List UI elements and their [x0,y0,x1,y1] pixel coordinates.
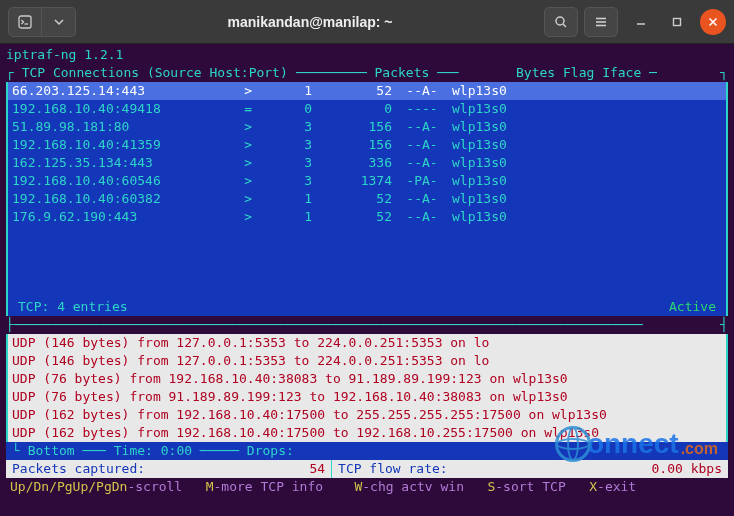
tcp-iface: wlp13s0 [452,118,722,136]
app-version: iptraf-ng 1.2.1 [4,46,730,64]
time-value: 0:00 [161,443,192,458]
title-bar: manikandan@manilap: ~ [0,0,734,44]
divider-row: ├───────────────────────────────────────… [4,316,730,334]
tcp-flag: --A- [392,118,452,136]
flow-value: 0.00 kbps [448,460,722,478]
tcp-direction: > [232,136,252,154]
tcp-packets: 3 [252,154,312,172]
drops-label: Drops: [247,443,294,458]
search-button[interactable] [544,7,578,37]
tcp-bytes: 1374 [312,172,392,190]
tcp-host: 192.168.10.40:60382 [12,190,232,208]
hamburger-icon [594,15,608,29]
tcp-bytes: 52 [312,190,392,208]
tcp-flag: --A- [392,208,452,226]
tcp-entry-count: TCP: 4 entries [18,298,128,316]
tcp-direction: > [232,154,252,172]
time-label: Time: [114,443,153,458]
tcp-flag: --A- [392,154,452,172]
tcp-packets: 1 [252,208,312,226]
tcp-bytes: 156 [312,118,392,136]
flag-header: Flag [563,64,594,82]
tcp-bytes: 52 [312,208,392,226]
tcp-iface: wlp13s0 [452,208,722,226]
tcp-bytes: 336 [312,154,392,172]
tcp-row[interactable]: 162.125.35.134:443>3336--A-wlp13s0 [8,154,726,172]
tcp-direction: = [232,100,252,118]
tcp-row[interactable]: 192.168.10.40:60382>152--A-wlp13s0 [8,190,726,208]
udp-log-line: UDP (162 bytes) from 192.168.10.40:17500… [12,406,722,424]
tcp-iface: wlp13s0 [452,136,722,154]
tab-dropdown-button[interactable] [42,7,76,37]
close-icon [708,17,718,27]
tcp-row[interactable]: 192.168.10.40:60546>31374-PA-wlp13s0 [8,172,726,190]
tcp-direction: > [232,190,252,208]
close-button[interactable] [700,9,726,35]
udp-log-panel[interactable]: UDP (146 bytes) from 127.0.0.1:5353 to 2… [6,334,728,442]
tcp-row[interactable]: 192.168.10.40:49418=00----wlp13s0 [8,100,726,118]
terminal-viewport[interactable]: iptraf-ng 1.2.1 ┌ TCP Connections (Sourc… [0,44,734,516]
iface-header: Iface [602,64,641,82]
maximize-button[interactable] [664,9,690,35]
svg-point-2 [556,17,564,25]
tcp-host: 192.168.10.40:60546 [12,172,232,190]
chevron-down-icon [54,17,64,27]
svg-rect-0 [19,16,31,28]
status-bar-bottom: └ Bottom ─── Time: 0:00 ───── Drops: [6,442,728,460]
window-title: manikandan@manilap: ~ [82,14,538,30]
tcp-header-row: ┌ TCP Connections (Source Host:Port) ───… [4,64,730,82]
tcp-packets: 1 [252,82,312,100]
tcp-iface: wlp13s0 [452,82,722,100]
packets-header: Packets [375,64,430,82]
new-tab-button[interactable] [8,7,42,37]
help-bar: Up/Dn/PgUp/PgDn-scroll M-more TCP info W… [4,478,730,496]
tcp-host: 192.168.10.40:41359 [12,136,232,154]
tcp-flag: --A- [392,190,452,208]
tcp-bytes: 156 [312,136,392,154]
tcp-row[interactable]: 66.203.125.14:443>152--A-wlp13s0 [8,82,726,100]
tcp-host: 192.168.10.40:49418 [12,100,232,118]
tcp-header-label: TCP Connections (Source Host:Port) [22,64,288,82]
tcp-summary-row: TCP: 4 entries Active [6,298,728,316]
tcp-flag: --A- [392,136,452,154]
tcp-packets: 1 [252,190,312,208]
tcp-iface: wlp13s0 [452,190,722,208]
flow-label: TCP flow rate: [338,460,448,478]
tcp-iface: wlp13s0 [452,100,722,118]
tcp-flag: -PA- [392,172,452,190]
tcp-connections-table[interactable]: 66.203.125.14:443>152--A-wlp13s0192.168.… [6,82,728,226]
tcp-packets: 3 [252,118,312,136]
tcp-row[interactable]: 176.9.62.190:443>152--A-wlp13s0 [8,208,726,226]
terminal-icon [18,15,32,29]
udp-log-line: UDP (146 bytes) from 127.0.0.1:5353 to 2… [12,334,722,352]
tcp-iface: wlp13s0 [452,172,722,190]
tcp-direction: > [232,118,252,136]
tcp-empty-area [6,226,728,298]
tcp-iface: wlp13s0 [452,154,722,172]
tcp-row[interactable]: 192.168.10.40:41359>3156--A-wlp13s0 [8,136,726,154]
tcp-packets: 3 [252,172,312,190]
udp-log-line: UDP (146 bytes) from 127.0.0.1:5353 to 2… [12,352,722,370]
tcp-direction: > [232,208,252,226]
tcp-packets: 3 [252,136,312,154]
bytes-header: Bytes [516,64,555,82]
bottom-label: Bottom [28,443,75,458]
status-bar-captured: Packets captured: 54 TCP flow rate: 0.00… [6,460,728,478]
search-icon [554,15,568,29]
tcp-bytes: 0 [312,100,392,118]
tcp-host: 66.203.125.14:443 [12,82,232,100]
tcp-direction: > [232,172,252,190]
tcp-row[interactable]: 51.89.98.181:80>3156--A-wlp13s0 [8,118,726,136]
tcp-host: 162.125.35.134:443 [12,154,232,172]
captured-label: Packets captured: [12,460,145,478]
udp-log-line: UDP (76 bytes) from 192.168.10.40:38083 … [12,370,722,388]
minimize-button[interactable] [628,9,654,35]
tcp-flag: --A- [392,82,452,100]
menu-button[interactable] [584,7,618,37]
tcp-active-indicator: Active [669,298,716,316]
tcp-flag: ---- [392,100,452,118]
udp-log-line: UDP (162 bytes) from 192.168.10.40:17500… [12,424,722,442]
tcp-host: 176.9.62.190:443 [12,208,232,226]
captured-value: 54 [145,460,325,478]
maximize-icon [672,17,682,27]
